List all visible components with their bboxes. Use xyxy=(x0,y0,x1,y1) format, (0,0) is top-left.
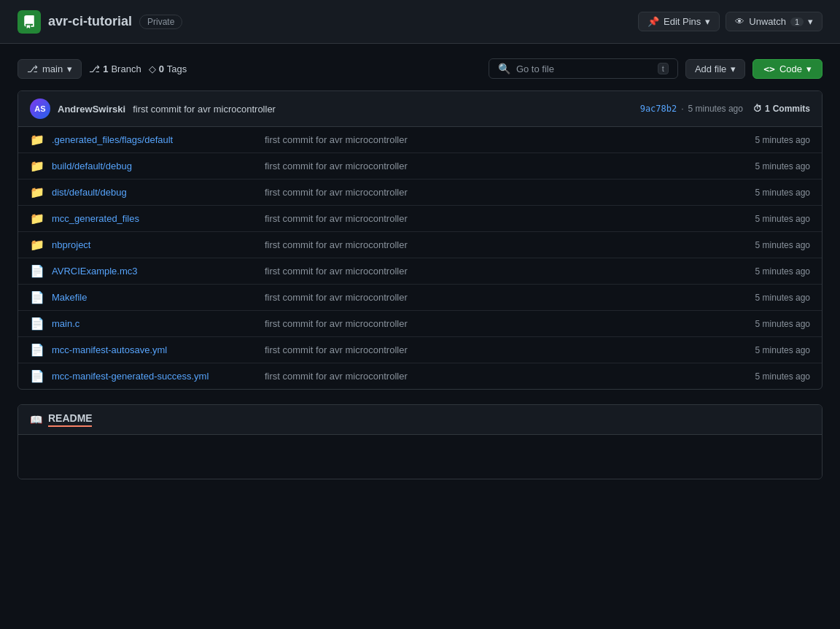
branch-count: 1 xyxy=(103,63,108,74)
search-shortcut: t xyxy=(658,63,669,74)
commit-header: AS AndrewSwirski first commit for avr mi… xyxy=(18,91,822,127)
file-icon: 📄 xyxy=(30,264,43,278)
edit-pins-label: Edit Pins xyxy=(664,16,701,27)
file-table: AS AndrewSwirski first commit for avr mi… xyxy=(18,90,822,390)
main-content: ⎇ main ▾ ⎇ 1 Branch ◇ 0 Tags 🔍 t Add fil… xyxy=(0,44,840,494)
code-label: Code xyxy=(779,63,802,74)
file-name[interactable]: build/default/debug xyxy=(52,161,256,171)
file-commit-message: first commit for avr microcontroller xyxy=(265,318,747,329)
file-name[interactable]: mcc_generated_files xyxy=(52,213,256,224)
file-name[interactable]: main.c xyxy=(52,318,256,329)
file-time: 5 minutes ago xyxy=(755,240,810,250)
tag-count: 0 xyxy=(159,63,164,74)
file-name[interactable]: AVRCIExample.mc3 xyxy=(52,266,256,277)
branch-text: Branch xyxy=(111,63,141,74)
file-commit-message: first commit for avr microcontroller xyxy=(265,292,747,303)
chevron-down-icon-2: ▾ xyxy=(808,16,813,27)
search-icon: 🔍 xyxy=(498,63,510,74)
commit-meta: 9ac78b2 · 5 minutes ago ⏱ 1 Commits xyxy=(640,104,810,114)
chevron-down-icon-4: ▾ xyxy=(806,63,812,74)
branch-icon: ⎇ xyxy=(27,63,38,74)
topbar-right: 📌 Edit Pins ▾ 👁 Unwatch 1 ▾ xyxy=(638,12,822,31)
search-box[interactable]: 🔍 t xyxy=(489,58,678,79)
file-icon: 📄 xyxy=(30,343,43,357)
table-row: 📄Makefilefirst commit for avr microcontr… xyxy=(18,285,822,311)
file-icon: 📄 xyxy=(30,290,43,304)
code-icon: <> xyxy=(763,63,775,74)
table-row: 📄mcc-manifest-generated-success.ymlfirst… xyxy=(18,363,822,389)
avatar: AS xyxy=(30,99,50,119)
file-commit-message: first commit for avr microcontroller xyxy=(265,161,747,171)
readme-section: 📖 README xyxy=(18,404,822,479)
topbar-left: avr-ci-tutorial Private xyxy=(18,10,182,34)
file-icon: 📄 xyxy=(30,369,43,383)
file-time: 5 minutes ago xyxy=(755,188,810,198)
readme-underline xyxy=(48,425,92,427)
folder-icon: 📁 xyxy=(30,185,43,199)
file-name[interactable]: mcc-manifest-generated-success.yml xyxy=(52,371,256,382)
file-time: 5 minutes ago xyxy=(755,345,810,355)
repo-title: avr-ci-tutorial xyxy=(48,14,132,29)
file-time: 5 minutes ago xyxy=(755,371,810,382)
unwatch-label: Unwatch xyxy=(749,16,786,27)
dot-separator: · xyxy=(681,104,683,114)
chevron-down-icon-3: ▾ xyxy=(731,63,736,74)
file-name[interactable]: Makefile xyxy=(52,292,256,303)
file-icon: 📄 xyxy=(30,317,43,331)
readme-header: 📖 README xyxy=(18,405,822,435)
commit-message: first commit for avr microcontroller xyxy=(133,104,276,115)
file-name[interactable]: .generated_files/flags/default xyxy=(52,134,256,145)
unwatch-button[interactable]: 👁 Unwatch 1 ▾ xyxy=(726,12,822,31)
readme-body xyxy=(18,435,822,479)
file-name[interactable]: mcc-manifest-autosave.yml xyxy=(52,344,256,355)
add-file-button[interactable]: Add file ▾ xyxy=(685,59,745,79)
edit-pins-button[interactable]: 📌 Edit Pins ▾ xyxy=(638,12,720,31)
folder-icon: 📁 xyxy=(30,159,43,173)
file-commit-message: first commit for avr microcontroller xyxy=(265,213,747,224)
file-commit-message: first commit for avr microcontroller xyxy=(265,134,747,145)
commit-hash[interactable]: 9ac78b2 xyxy=(640,104,677,114)
folder-icon: 📁 xyxy=(30,133,43,147)
search-input[interactable] xyxy=(516,63,652,74)
repo-logo xyxy=(18,10,41,34)
file-commit-message: first commit for avr microcontroller xyxy=(265,239,747,250)
file-commit-message: first commit for avr microcontroller xyxy=(265,344,747,355)
table-row: 📄AVRCIExample.mc3first commit for avr mi… xyxy=(18,258,822,285)
commit-time: 5 minutes ago xyxy=(688,104,743,114)
private-badge: Private xyxy=(139,15,182,29)
toolbar: ⎇ main ▾ ⎇ 1 Branch ◇ 0 Tags 🔍 t Add fil… xyxy=(18,58,822,79)
folder-icon: 📁 xyxy=(30,212,43,225)
commits-count: 1 xyxy=(765,104,770,114)
table-row: 📁.generated_files/flags/defaultfirst com… xyxy=(18,127,822,153)
branch-selector[interactable]: ⎇ main ▾ xyxy=(18,59,82,79)
unwatch-count: 1 xyxy=(790,18,804,26)
file-commit-message: first commit for avr microcontroller xyxy=(265,371,747,382)
eye-icon: 👁 xyxy=(735,16,744,27)
clock-icon: ⏱ xyxy=(753,104,762,114)
table-row: 📁nbprojectfirst commit for avr microcont… xyxy=(18,232,822,258)
file-name[interactable]: dist/default/debug xyxy=(52,187,256,198)
folder-icon: 📁 xyxy=(30,238,43,252)
readme-title: README xyxy=(48,412,93,424)
file-name[interactable]: nbproject xyxy=(52,239,256,250)
add-file-label: Add file xyxy=(695,63,726,74)
table-row: 📄mcc-manifest-autosave.ymlfirst commit f… xyxy=(18,337,822,363)
commits-label: Commits xyxy=(773,104,810,114)
code-button[interactable]: <> Code ▾ xyxy=(752,59,822,79)
file-rows-container: 📁.generated_files/flags/defaultfirst com… xyxy=(18,127,822,389)
file-commit-message: first commit for avr microcontroller xyxy=(265,266,747,277)
file-time: 5 minutes ago xyxy=(755,214,810,224)
file-time: 5 minutes ago xyxy=(755,135,810,145)
chevron-icon: ▾ xyxy=(67,63,72,74)
topbar: avr-ci-tutorial Private 📌 Edit Pins ▾ 👁 … xyxy=(0,0,840,44)
tag-count-link[interactable]: ◇ 0 Tags xyxy=(149,63,187,74)
file-time: 5 minutes ago xyxy=(755,161,810,171)
branch-count-link[interactable]: ⎇ 1 Branch xyxy=(89,63,141,74)
chevron-down-icon: ▾ xyxy=(705,16,710,27)
commits-link[interactable]: ⏱ 1 Commits xyxy=(753,104,810,114)
commit-author[interactable]: AndrewSwirski xyxy=(58,104,125,115)
pin-icon: 📌 xyxy=(648,16,659,27)
branch-name: main xyxy=(42,63,63,74)
file-time: 5 minutes ago xyxy=(755,319,810,329)
table-row: 📄main.cfirst commit for avr microcontrol… xyxy=(18,311,822,337)
